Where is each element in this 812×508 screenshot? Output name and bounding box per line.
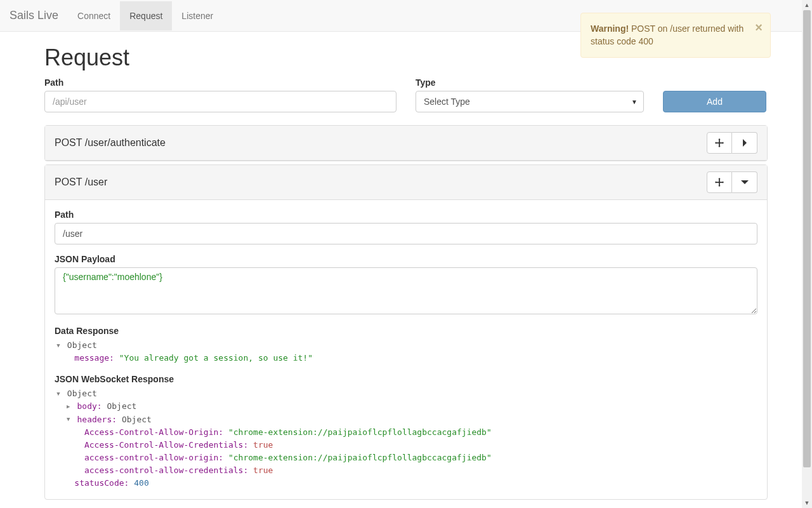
ws-response-tree: ▼ Object ▶ body: Object ▼ headers: Objec… [55,387,757,490]
request-card-0: POST /user/authenticate [44,125,768,161]
type-select[interactable]: Select Type [416,91,644,112]
scrollbar[interactable]: ▲ ▼ [802,0,812,503]
payload-textarea[interactable]: {"username":"moehlone"} [55,267,757,314]
card-title: POST /user/authenticate [55,137,166,149]
brand[interactable]: Sails Live [10,0,68,32]
caret-right-icon[interactable]: ▶ [65,403,72,411]
detail-path-label: Path [55,210,757,220]
data-response-label: Data Response [55,326,757,336]
scroll-down-icon[interactable]: ▼ [802,498,812,503]
close-icon[interactable]: × [755,18,763,36]
new-request-form: Path Type Select Type ▼ Add [44,77,768,112]
warning-alert: × Warning! POST on /user returned with s… [580,13,771,58]
path-input[interactable] [44,91,396,112]
request-card-1: POST /user Path JSON Payload {"username"… [44,164,768,500]
chevron-right-icon[interactable] [732,132,757,154]
type-label: Type [416,77,644,88]
detail-path-input[interactable] [55,223,757,244]
ws-response-label: JSON WebSocket Response [55,374,757,384]
chevron-down-icon[interactable] [732,171,757,193]
nav-listener[interactable]: Listener [172,1,223,30]
scroll-up-icon[interactable]: ▲ [802,0,812,10]
caret-down-icon[interactable]: ▼ [65,415,72,424]
scrollbar-thumb[interactable] [803,10,811,467]
card-title: POST /user [55,177,107,188]
nav-connect[interactable]: Connect [68,1,120,30]
nav-request[interactable]: Request [120,1,172,30]
data-response-tree: ▼ Object message: "You already got a ses… [55,339,757,364]
alert-strong: Warning! [591,23,629,34]
add-button[interactable]: Add [663,91,766,112]
move-icon[interactable] [707,132,732,154]
path-label: Path [44,77,396,88]
caret-down-icon[interactable]: ▼ [55,342,62,351]
payload-label: JSON Payload [55,254,757,264]
caret-down-icon[interactable]: ▼ [55,390,62,399]
move-icon[interactable] [707,171,732,193]
